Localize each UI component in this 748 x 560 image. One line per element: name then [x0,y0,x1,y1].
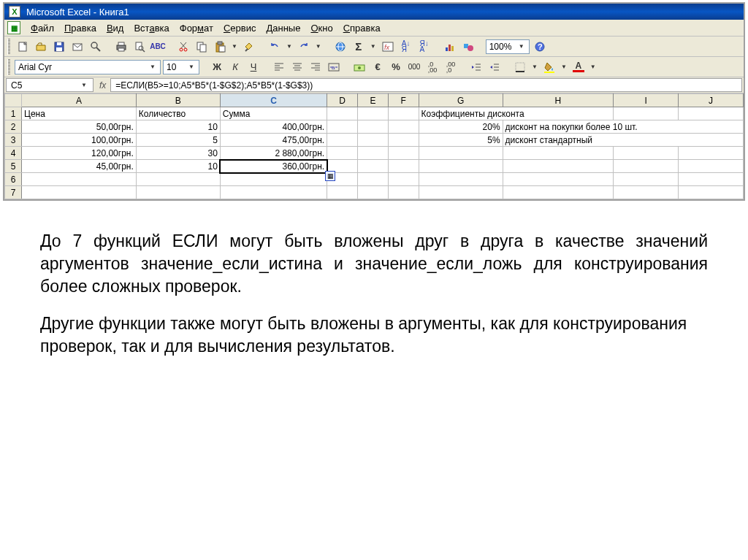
cell-I1[interactable] [614,107,679,120]
cell-D7[interactable] [327,186,358,199]
cell-C4[interactable]: 2 880,00грн. [220,147,327,160]
cell-E2[interactable] [357,120,388,134]
col-header-G[interactable]: G [419,94,503,107]
increase-indent-icon[interactable] [486,59,503,75]
cell-J1[interactable] [679,107,744,120]
toolbar-handle[interactable] [7,59,10,75]
cell-B6[interactable] [136,173,220,186]
cell-I6[interactable] [614,173,679,186]
autosum-dropdown[interactable]: ▼ [369,43,378,50]
cell-E6[interactable] [357,173,388,186]
cell-G2[interactable]: 20% [419,120,503,134]
formula-input[interactable]: =ЕСЛИ(B5>=10;A5*B5*(1-$G$2);A5*B5*(1-$G$… [110,78,742,92]
euro-icon[interactable]: € [370,59,386,75]
align-left-icon[interactable] [271,59,287,75]
cell-G5[interactable] [419,160,503,173]
cut-icon[interactable] [175,39,191,55]
cell-C1[interactable]: Сумма [220,107,327,120]
autosum-icon[interactable]: Σ [351,39,367,55]
cell-F6[interactable] [388,173,419,186]
cell-H4[interactable] [503,147,614,160]
cell-F7[interactable] [388,186,419,199]
cell-H3[interactable]: дисконт стандартный [503,134,743,147]
row-header-6[interactable]: 6 [5,173,22,186]
cell-G4[interactable] [419,147,503,160]
menu-data[interactable]: ДанныеДанные [266,23,300,34]
menu-window[interactable]: ОкноОкно [310,23,332,34]
cell-H2[interactable]: дисконт на покупки более 10 шт. [503,120,743,134]
redo-dropdown[interactable]: ▼ [314,43,323,50]
open-icon[interactable] [33,39,49,55]
email-icon[interactable] [69,39,85,55]
cell-D4[interactable] [327,147,358,160]
font-color-dropdown[interactable]: ▼ [589,64,598,70]
cell-G1[interactable]: Коэффициенты дисконта [419,107,614,120]
menu-help[interactable]: СправкаСправка [343,23,381,34]
menu-view[interactable]: ВидВид [107,23,124,34]
cell-E7[interactable] [357,186,388,199]
currency-icon[interactable] [351,59,367,75]
menu-format[interactable]: ФорматФормат [180,23,213,34]
align-right-icon[interactable] [308,59,324,75]
menu-insert[interactable]: ВставкаВставка [134,23,169,34]
cell-C7[interactable] [220,186,327,199]
row-header-5[interactable]: 5 [5,160,22,173]
row-header-4[interactable]: 4 [5,147,22,160]
decrease-decimal-icon[interactable]: ,00,0 [443,59,459,75]
cell-C5[interactable]: 360,00грн. [220,160,327,173]
cell-F1[interactable] [388,107,419,120]
save-icon[interactable] [51,39,67,55]
drawing-icon[interactable] [460,39,476,55]
cell-J4[interactable] [679,147,744,160]
copy-icon[interactable] [194,39,210,55]
help-icon[interactable]: ? [532,39,548,55]
print-icon[interactable] [113,39,129,55]
cell-A6[interactable] [22,173,137,186]
cell-A4[interactable]: 120,00грн. [22,147,137,160]
cell-B4[interactable]: 30 [136,147,220,160]
fill-color-icon[interactable] [541,59,557,75]
cell-I7[interactable] [614,186,679,199]
borders-dropdown[interactable]: ▼ [530,64,539,70]
menu-file[interactable]: ФФайлайл [31,23,54,34]
cell-A1[interactable]: Цена [22,107,137,120]
cell-G6[interactable] [419,173,503,186]
col-header-D[interactable]: D [327,94,358,107]
sort-desc-icon[interactable]: Я↓А [416,39,432,55]
toolbar-handle[interactable] [7,39,10,55]
cell-G7[interactable] [419,186,503,199]
row-header-2[interactable]: 2 [5,120,22,134]
paste-dropdown[interactable]: ▼ [230,43,239,50]
cell-E3[interactable] [357,134,388,147]
font-name-combo[interactable]: Arial Cyr ▼ [15,60,161,74]
cell-B1[interactable]: Количество [136,107,220,120]
col-header-C[interactable]: C [220,94,327,107]
search-icon[interactable] [88,39,104,55]
undo-dropdown[interactable]: ▼ [285,43,294,50]
row-header-3[interactable]: 3 [5,134,22,147]
bold-button[interactable]: Ж [209,59,225,75]
fx-label[interactable]: fx [95,77,110,93]
cell-F4[interactable] [388,147,419,160]
underline-button[interactable]: Ч [245,59,262,75]
cell-B7[interactable] [136,186,220,199]
cell-J6[interactable] [679,173,744,186]
document-icon[interactable]: ▦ [7,21,20,34]
percent-icon[interactable]: % [388,59,404,75]
cell-A7[interactable] [22,186,137,199]
undo-icon[interactable] [267,39,283,55]
cell-F5[interactable] [388,160,419,173]
chart-wizard-icon[interactable] [442,39,458,55]
italic-button[interactable]: К [227,59,243,75]
cell-A5[interactable]: 45,00грн. [22,160,137,173]
cell-I4[interactable] [614,147,679,160]
col-header-A[interactable]: A [22,94,137,107]
col-header-F[interactable]: F [388,94,419,107]
cell-D6[interactable]: ▦ [327,173,358,186]
cell-J7[interactable] [679,186,744,199]
cell-I5[interactable] [614,160,679,173]
col-header-E[interactable]: E [357,94,388,107]
thousands-icon[interactable]: 000 [406,59,422,75]
paste-options-icon[interactable]: ▦ [325,171,335,181]
print-preview-icon[interactable] [131,39,148,55]
